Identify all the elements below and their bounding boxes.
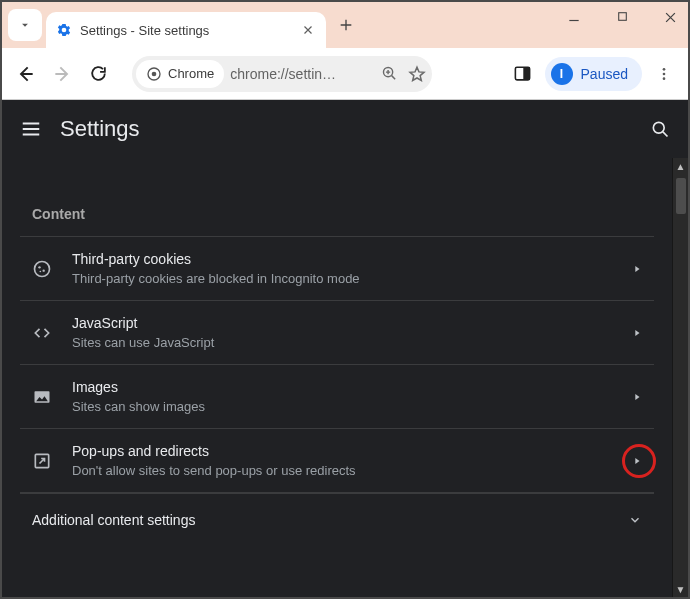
row-third-party-cookies[interactable]: Third-party cookies Third-party cookies … xyxy=(20,236,654,300)
image-icon xyxy=(32,387,72,407)
close-icon xyxy=(663,10,678,25)
chevron-right-icon xyxy=(632,264,646,274)
reload-icon xyxy=(89,64,108,83)
chrome-icon xyxy=(146,66,162,82)
kebab-icon xyxy=(656,66,672,82)
active-tab[interactable]: Settings - Site settings xyxy=(46,12,326,48)
svg-point-6 xyxy=(663,68,666,71)
reload-button[interactable] xyxy=(84,60,112,88)
svg-point-12 xyxy=(43,269,45,271)
chevron-down-icon xyxy=(18,18,32,32)
scroll-down-button[interactable]: ▼ xyxy=(673,581,688,597)
section-title: Content xyxy=(20,158,654,236)
row-subtitle: Third-party cookies are blocked in Incog… xyxy=(72,271,360,286)
tab-strip: Settings - Site settings xyxy=(2,2,688,48)
scrollbar[interactable]: ▲ ▼ xyxy=(672,158,688,597)
site-info-chip[interactable]: Chrome xyxy=(136,60,224,88)
row-title: Additional content settings xyxy=(32,512,195,528)
cookie-icon xyxy=(32,259,72,279)
svg-point-2 xyxy=(152,71,157,76)
new-tab-button[interactable] xyxy=(338,17,354,33)
row-subtitle: Sites can use JavaScript xyxy=(72,335,214,350)
gear-icon xyxy=(56,22,72,38)
svg-point-8 xyxy=(663,77,666,80)
svg-point-10 xyxy=(35,261,50,276)
row-subtitle: Don't allow sites to send pop-ups or use… xyxy=(72,463,356,478)
svg-rect-5 xyxy=(523,67,529,80)
svg-point-13 xyxy=(40,270,42,272)
page-title: Settings xyxy=(60,116,632,142)
row-title: Pop-ups and redirects xyxy=(72,443,356,459)
window-minimize-button[interactable] xyxy=(562,10,586,25)
plus-icon xyxy=(338,17,354,33)
window-maximize-button[interactable] xyxy=(610,10,634,25)
star-icon xyxy=(408,65,426,83)
settings-content: Content Third-party cookies Third-party … xyxy=(2,158,688,597)
maximize-icon xyxy=(616,10,629,23)
scroll-up-button[interactable]: ▲ xyxy=(673,158,688,174)
hamburger-icon xyxy=(20,118,42,140)
settings-search-button[interactable] xyxy=(650,119,670,139)
row-images[interactable]: Images Sites can show images xyxy=(20,364,654,428)
avatar: I xyxy=(551,63,573,85)
back-button[interactable] xyxy=(12,60,40,88)
svg-point-11 xyxy=(38,266,40,268)
scroll-thumb[interactable] xyxy=(676,178,686,214)
row-title: JavaScript xyxy=(72,315,214,331)
tab-title: Settings - Site settings xyxy=(80,23,300,38)
profile-status: Paused xyxy=(581,66,628,82)
zoom-button[interactable] xyxy=(378,65,400,82)
browser-toolbar: Chrome chrome://settin… I Paused xyxy=(2,48,688,100)
tab-close-button[interactable] xyxy=(300,24,316,36)
zoom-icon xyxy=(381,65,398,82)
panel-icon xyxy=(513,64,532,83)
code-icon xyxy=(32,323,72,343)
forward-button[interactable] xyxy=(48,60,76,88)
row-title: Third-party cookies xyxy=(72,251,360,267)
menu-button[interactable] xyxy=(20,118,42,140)
row-popups-redirects[interactable]: Pop-ups and redirects Don't allow sites … xyxy=(20,428,654,493)
svg-point-9 xyxy=(653,122,664,133)
chevron-down-icon xyxy=(628,513,646,527)
url-text: chrome://settin… xyxy=(230,66,372,82)
svg-point-7 xyxy=(663,72,666,75)
chevron-right-icon xyxy=(632,456,646,466)
row-title: Images xyxy=(72,379,205,395)
chevron-right-icon xyxy=(632,328,646,338)
tab-search-button[interactable] xyxy=(8,9,42,41)
side-panel-button[interactable] xyxy=(509,64,537,83)
minimize-icon xyxy=(567,10,581,24)
close-icon xyxy=(302,24,314,36)
site-info-label: Chrome xyxy=(168,66,214,81)
bookmark-button[interactable] xyxy=(406,65,428,83)
profile-button[interactable]: I Paused xyxy=(545,57,642,91)
settings-header: Settings xyxy=(2,100,688,158)
row-subtitle: Sites can show images xyxy=(72,399,205,414)
address-bar[interactable]: Chrome chrome://settin… xyxy=(132,56,432,92)
chevron-right-icon xyxy=(632,392,646,402)
row-javascript[interactable]: JavaScript Sites can use JavaScript xyxy=(20,300,654,364)
arrow-left-icon xyxy=(16,64,36,84)
browser-menu-button[interactable] xyxy=(650,66,678,82)
row-additional-content-settings[interactable]: Additional content settings xyxy=(20,493,654,546)
window-close-button[interactable] xyxy=(658,10,682,25)
arrow-right-icon xyxy=(52,64,72,84)
svg-rect-0 xyxy=(618,13,626,21)
popup-icon xyxy=(32,451,72,471)
search-icon xyxy=(650,119,670,139)
